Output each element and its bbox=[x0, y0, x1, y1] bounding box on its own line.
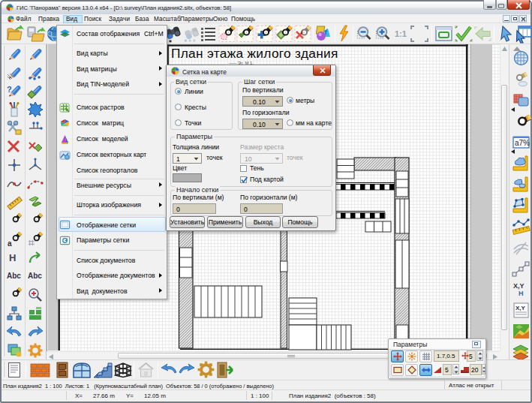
svg-text:?: ? bbox=[7, 85, 12, 94]
svg-text:X,Y: X,Y bbox=[513, 282, 524, 290]
svg-text:X,Y: X,Y bbox=[515, 305, 526, 311]
svg-text:a7%: a7% bbox=[515, 139, 530, 147]
svg-text:H: H bbox=[518, 290, 524, 297]
svg-text:a: a bbox=[8, 239, 12, 248]
